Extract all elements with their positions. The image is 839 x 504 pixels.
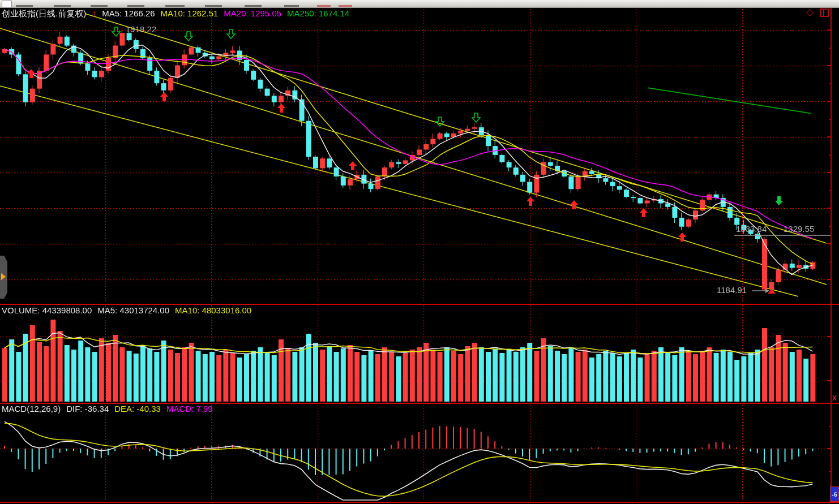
macd-params: MACD(12,26,9) (2, 404, 61, 413)
ma5-value: MA5: 1266.26 (102, 8, 155, 18)
trading-app-window: 创业板指(日线.前复权)↑MA5: 1266.26MA10: 1262.51MA… (0, 0, 839, 504)
drawer-arrow-icon (1, 273, 6, 280)
diamond-marker-icon[interactable]: ◇ (806, 7, 814, 17)
ma10-value: MA10: 1262.51 (161, 8, 219, 18)
sidebar-drawer-handle[interactable] (0, 256, 7, 299)
volume-header: VOLUME: 44339808.00MA5: 43013724.00MA10:… (2, 305, 257, 315)
menu-file-icon[interactable] (2, 1, 12, 8)
volume-ma5-value: MA5: 43013724.00 (97, 305, 169, 315)
volume-value: VOLUME: 44339808.00 (2, 305, 92, 315)
kline-chart-canvas[interactable] (0, 0, 839, 504)
close-indicator-button[interactable]: X (832, 395, 837, 402)
ma20-value: MA20: 1295.05 (224, 8, 281, 18)
menu-bar[interactable] (0, 0, 839, 8)
prev-close-label: 1333.84 (736, 224, 767, 234)
macd-value: MACD: 7.99 (166, 404, 213, 413)
instrument-title: 创业板指(日线.前复权) (2, 8, 86, 18)
volume-ma10-value: MA10: 48033016.00 (175, 305, 251, 315)
low-price-label: 1184.91 (717, 285, 747, 295)
last-price-label: 1329.55 (784, 224, 814, 234)
macd-axis-badge: -6 (830, 486, 839, 502)
split-window-icon[interactable] (820, 8, 829, 17)
macd-header: MACD(12,26,9)DIF: -36.34DEA: -40.33MACD:… (2, 404, 219, 413)
dif-value: DIF: -36.34 (66, 404, 109, 413)
dea-value: DEA: -40.33 (114, 404, 161, 413)
signal-up-arrow-icon: ↑ (92, 8, 96, 18)
main-chart-header: 创业板指(日线.前复权)↑MA5: 1266.26MA10: 1262.51MA… (2, 8, 355, 18)
high-price-label: 1918.22 (126, 24, 156, 34)
ma250-value: MA250: 1674.14 (287, 8, 349, 18)
